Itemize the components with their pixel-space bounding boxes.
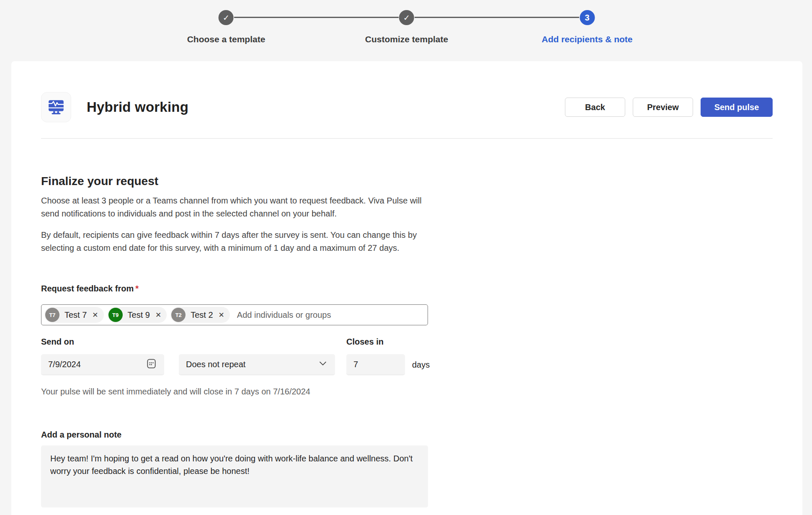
schedule-fields-row: 7/9/2024 Does not repeat: [41, 354, 773, 375]
request-feedback-from-label: Request feedback from*: [41, 284, 773, 294]
personal-note-textarea[interactable]: Hey team! I'm hoping to get a read on ho…: [41, 445, 428, 507]
personal-note-label: Add a personal note: [41, 430, 773, 440]
schedule-helper-text: Your pulse will be sent immediately and …: [41, 387, 773, 397]
recipient-chip[interactable]: T7 Test 7 ✕: [44, 307, 104, 323]
card-header: Hybrid working Back Preview Send pulse: [41, 92, 773, 122]
step-completed-check-icon[interactable]: ✓: [219, 10, 234, 25]
avatar: T2: [171, 308, 186, 322]
add-recipients-input[interactable]: [234, 305, 425, 325]
remove-recipient-icon[interactable]: ✕: [155, 312, 161, 319]
send-pulse-button[interactable]: Send pulse: [701, 98, 773, 117]
preview-button[interactable]: Preview: [633, 98, 693, 117]
closes-in-value: 7: [353, 360, 358, 369]
back-button[interactable]: Back: [565, 98, 625, 117]
recipient-name: Test 9: [128, 310, 150, 320]
recipient-chip[interactable]: T2 Test 2 ✕: [170, 307, 230, 323]
avatar: T9: [108, 308, 123, 322]
step-number-badge: 3: [580, 10, 595, 25]
step-completed-check-icon[interactable]: ✓: [399, 10, 414, 25]
days-label: days: [412, 360, 430, 370]
request-feedback-from-text: Request feedback from: [41, 284, 134, 293]
chevron-down-icon: [318, 358, 328, 371]
send-date-value: 7/9/2024: [48, 360, 81, 369]
repeat-dropdown[interactable]: Does not repeat: [179, 354, 335, 375]
pulse-monitor-icon: [47, 98, 65, 117]
step-customize-template[interactable]: ✓ Customize template: [365, 10, 448, 44]
header-divider: [41, 138, 773, 139]
recipient-chip[interactable]: T9 Test 9 ✕: [108, 307, 167, 323]
recipient-name: Test 7: [64, 310, 87, 320]
remove-recipient-icon[interactable]: ✕: [92, 312, 98, 319]
calendar-icon[interactable]: [146, 358, 157, 371]
finalize-description-2: By default, recipients can give feedback…: [41, 229, 435, 255]
step-label: Add recipients & note: [541, 34, 632, 44]
pulse-setup-card: Hybrid working Back Preview Send pulse F…: [11, 61, 802, 515]
recipients-picker[interactable]: T7 Test 7 ✕ T9 Test 9 ✕ T2 Test 2 ✕: [41, 304, 428, 325]
send-on-label: Send on: [41, 337, 346, 347]
closes-in-label: Closes in: [346, 337, 384, 347]
finalize-heading: Finalize your request: [41, 175, 773, 188]
repeat-value: Does not repeat: [186, 360, 245, 369]
closes-in-input[interactable]: 7: [346, 354, 405, 375]
avatar: T7: [45, 308, 59, 322]
page-title: Hybrid working: [87, 99, 188, 115]
template-icon-tile: [41, 92, 71, 122]
step-choose-template[interactable]: ✓ Choose a template: [187, 10, 266, 44]
wizard-stepper: ✓ Choose a template ✓ Customize template…: [0, 0, 812, 61]
recipient-name: Test 2: [191, 310, 213, 320]
step-label: Choose a template: [187, 34, 266, 44]
remove-recipient-icon[interactable]: ✕: [219, 312, 224, 319]
send-date-picker[interactable]: 7/9/2024: [41, 354, 164, 375]
step-add-recipients: 3 Add recipients & note: [541, 10, 632, 44]
header-actions: Back Preview Send pulse: [565, 98, 773, 117]
required-marker: *: [135, 284, 139, 293]
step-label: Customize template: [365, 34, 448, 44]
finalize-description-1: Choose at least 3 people or a Teams chan…: [41, 194, 435, 220]
schedule-labels-row: Send on Closes in: [41, 337, 773, 347]
